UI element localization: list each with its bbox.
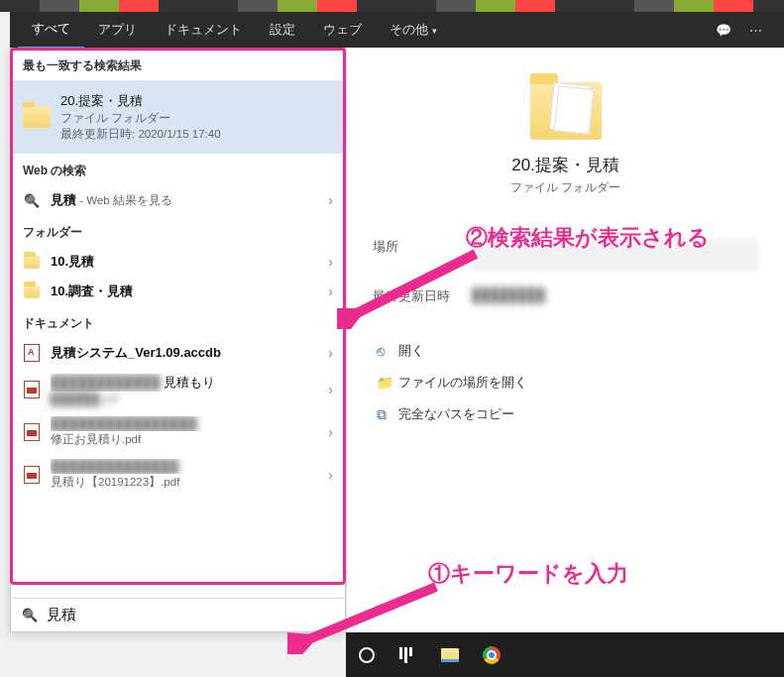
- chevron-right-icon: ›: [322, 192, 333, 208]
- result-title: ██████████████: [51, 459, 322, 474]
- access-file-icon: [23, 344, 41, 362]
- tab-web[interactable]: ウェブ: [309, 12, 376, 48]
- field-updated-label: 最終更新日時: [373, 287, 472, 305]
- tab-more-label: その他: [390, 22, 428, 37]
- action-open-location[interactable]: 📁 ファイルの場所を開く: [373, 367, 758, 398]
- chevron-right-icon: ›: [322, 345, 333, 361]
- result-subtitle: ファイル フォルダー: [60, 111, 333, 126]
- search-results-panel: 最も一致する検索結果 20.提案・見積 ファイル フォルダー 最終更新日時: 2…: [10, 48, 346, 632]
- folder-icon: [530, 82, 602, 140]
- chevron-right-icon: ›: [322, 283, 333, 299]
- folder-icon: [23, 253, 41, 271]
- result-updated: 最終更新日時: 2020/1/15 17:40: [60, 127, 333, 142]
- action-copy-path[interactable]: ⧉ 完全なパスをコピー: [373, 398, 758, 430]
- field-updated-value: ████████: [472, 287, 758, 305]
- tab-settings[interactable]: 設定: [256, 12, 309, 48]
- tab-documents[interactable]: ドキュメント: [151, 12, 256, 48]
- field-location-value: [472, 238, 758, 272]
- pdf-file-icon: [23, 381, 41, 398]
- document-result[interactable]: ██████████████ 見積り【20191223】.pdf ›: [11, 453, 345, 496]
- best-match-result[interactable]: 20.提案・見積 ファイル フォルダー 最終更新日時: 2020/1/15 17…: [11, 80, 345, 154]
- web-search-term: 見積: [51, 192, 76, 207]
- file-explorer-icon[interactable]: [439, 644, 461, 666]
- detail-subtitle: ファイル フォルダー: [510, 179, 620, 196]
- document-result[interactable]: ████████████ 見積もり ██████.pdf ›: [11, 368, 345, 410]
- folder-open-icon: 📁: [377, 375, 398, 391]
- document-result[interactable]: ████████████████ 修正お見積り.pdf ›: [11, 410, 345, 453]
- chevron-right-icon: ›: [322, 254, 333, 270]
- document-result[interactable]: 見積システム_Ver1.09.accdb ›: [11, 338, 345, 368]
- result-title: ████████████████: [51, 416, 322, 431]
- chrome-icon[interactable]: [481, 644, 503, 666]
- task-view-icon[interactable]: [397, 644, 419, 666]
- chevron-right-icon: ›: [322, 382, 333, 397]
- web-search-suffix: - Web 結果を見る: [76, 194, 172, 206]
- section-documents: ドキュメント: [11, 306, 345, 338]
- action-label: 完全なパスをコピー: [398, 405, 514, 423]
- search-icon: [23, 191, 41, 209]
- open-icon: ⎋: [377, 343, 398, 359]
- chevron-down-icon: ▾: [432, 26, 437, 36]
- search-icon: [21, 607, 39, 624]
- feedback-icon[interactable]: 💬: [716, 23, 731, 38]
- action-label: ファイルの場所を開く: [398, 374, 527, 392]
- search-input[interactable]: [45, 603, 335, 627]
- result-detail-pane: 20.提案・見積 ファイル フォルダー 場所 最終更新日時 ████████ ⎋…: [347, 48, 784, 632]
- tab-more[interactable]: その他▾: [376, 12, 451, 48]
- background-window-fragments: [0, 0, 784, 12]
- chevron-right-icon: ›: [322, 424, 333, 440]
- detail-title: 20.提案・見積: [511, 154, 619, 176]
- result-title: ████████████ 見積もり: [51, 374, 322, 392]
- search-category-tabs: すべて アプリ ドキュメント 設定 ウェブ その他▾ 💬 ⋯: [10, 12, 784, 48]
- result-title: 20.提案・見積: [60, 92, 333, 110]
- copy-icon: ⧉: [377, 406, 398, 423]
- taskbar: [346, 632, 784, 677]
- action-open[interactable]: ⎋ 開く: [373, 335, 758, 367]
- result-sub: 修正お見積り.pdf: [51, 432, 322, 447]
- folder-icon: [23, 282, 41, 300]
- chevron-right-icon: ›: [322, 467, 333, 483]
- result-title: 見積システム_Ver1.09.accdb: [51, 344, 322, 362]
- section-web-search: Web の検索: [11, 154, 345, 185]
- field-location-label: 場所: [373, 238, 472, 272]
- pdf-file-icon: [23, 423, 41, 441]
- section-folders: フォルダー: [11, 215, 345, 247]
- tab-all[interactable]: すべて: [18, 11, 84, 49]
- search-input-row: [11, 598, 345, 631]
- cortana-icon[interactable]: [356, 644, 378, 666]
- folder-result[interactable]: 10.調査・見積 ›: [11, 277, 345, 306]
- pdf-file-icon: [23, 466, 41, 484]
- result-sub: 見積り【20191223】.pdf: [51, 475, 322, 490]
- result-title: 10.調査・見積: [51, 282, 322, 300]
- folder-icon: [23, 103, 51, 131]
- section-best-match: 最も一致する検索結果: [11, 49, 345, 80]
- tab-apps[interactable]: アプリ: [84, 12, 151, 48]
- action-label: 開く: [398, 342, 424, 360]
- result-sub: ██████.pdf: [51, 393, 322, 404]
- web-search-result[interactable]: 見積 - Web 結果を見る ›: [11, 185, 345, 215]
- folder-result[interactable]: 10.見積 ›: [11, 247, 345, 277]
- result-title: 10.見積: [51, 253, 322, 271]
- more-options-icon[interactable]: ⋯: [749, 23, 762, 38]
